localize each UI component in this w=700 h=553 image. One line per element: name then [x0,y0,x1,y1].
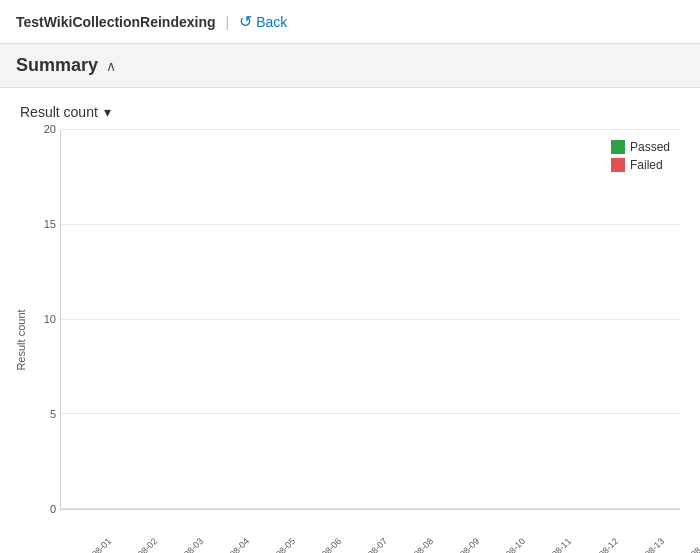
chart-container: Result count ▾ Result count 05101520 Pas… [0,88,700,553]
bar-slot [419,130,451,509]
summary-bar: Summary ∧ [0,44,700,88]
x-axis-label: 2018-08-02 [106,510,152,550]
chart-area: Result count 05101520 PassedFailed 2018-… [20,130,680,550]
y-axis-label: Result count [15,309,27,370]
header: TestWikiCollectionReindexing | ↺ Back [0,0,700,44]
x-axis-label: 2018-08-01 [60,510,106,550]
x-axis-label: 2018-08-05 [244,510,290,550]
legend-item: Passed [611,140,670,154]
header-separator: | [226,14,230,30]
collapse-icon[interactable]: ∧ [106,58,116,74]
legend-label: Passed [630,140,670,154]
bar-slot [258,130,290,509]
y-tick-label: 20 [44,123,56,135]
x-axis-label: 2018-08-03 [152,510,198,550]
summary-title: Summary [16,55,98,76]
x-axis-label: 2018-08-12 [567,510,613,550]
back-label: Back [256,14,287,30]
bar-slot [644,130,676,509]
legend-label: Failed [630,158,663,172]
bar-slot [387,130,419,509]
bar-slot [580,130,612,509]
y-tick-label: 15 [44,218,56,230]
x-axis-label: 2018-08-07 [336,510,382,550]
bar-slot [515,130,547,509]
x-axis-label: 2018-08-08 [382,510,428,550]
bar-slot [65,130,97,509]
chart-inner: 05101520 PassedFailed [60,130,680,510]
bar-slot [129,130,161,509]
x-axis-label: 2018-08-10 [474,510,520,550]
result-count-dropdown[interactable]: Result count ▾ [20,104,111,120]
x-axis-label: 2018-08-09 [428,510,474,550]
bar-slot [354,130,386,509]
x-axis-label: 2018-08-13 [613,510,659,550]
dropdown-label: Result count [20,104,98,120]
x-axis-label: 2018-08-11 [520,510,566,550]
x-axis-label: 2018-08-06 [290,510,336,550]
bar-slot [451,130,483,509]
y-tick-label: 10 [44,313,56,325]
bar-slot [322,130,354,509]
bar-slot [547,130,579,509]
back-icon: ↺ [239,12,252,31]
legend-item: Failed [611,158,670,172]
bar-slot [194,130,226,509]
bar-slot [612,130,644,509]
legend-color-box [611,158,625,172]
bar-slot [483,130,515,509]
x-labels: 2018-08-012018-08-022018-08-032018-08-04… [60,510,680,550]
page-title: TestWikiCollectionReindexing [16,14,216,30]
bar-slot [290,130,322,509]
bar-slot [226,130,258,509]
bars-group [61,130,680,509]
bar-slot [161,130,193,509]
legend-color-box [611,140,625,154]
back-button[interactable]: ↺ Back [239,12,287,31]
bar-slot [97,130,129,509]
x-axis-label: 2018-08-04 [198,510,244,550]
legend: PassedFailed [611,140,670,172]
y-tick-label: 5 [50,408,56,420]
chevron-down-icon: ▾ [104,104,111,120]
y-tick-label: 0 [50,503,56,515]
